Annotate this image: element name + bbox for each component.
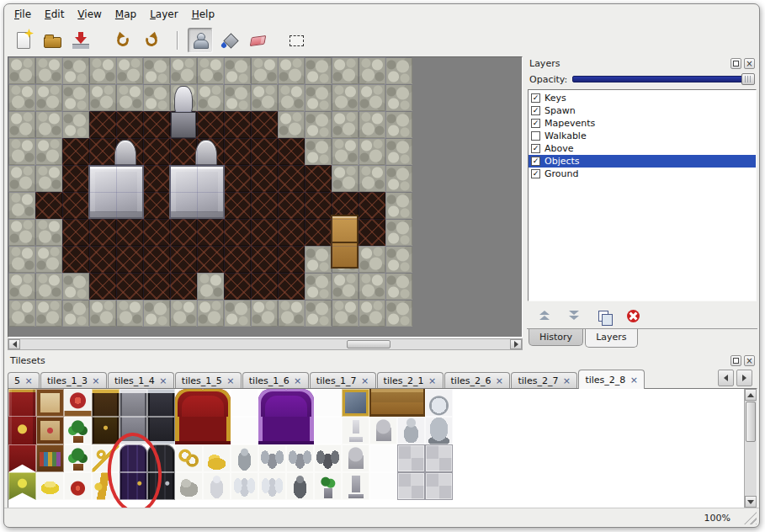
- tileset-tab-5[interactable]: 5: [8, 372, 40, 388]
- scroll-down-button[interactable]: [745, 496, 757, 508]
- undo-button[interactable]: [110, 28, 135, 53]
- move-layer-up-button[interactable]: [535, 306, 554, 325]
- map-viewport[interactable]: [8, 56, 523, 338]
- tileset-tile-gargoyle[interactable]: [258, 444, 286, 472]
- dock-tab-history[interactable]: History: [529, 329, 583, 346]
- layer-row-keys[interactable]: Keys: [529, 92, 756, 104]
- scroll-up-button[interactable]: [745, 389, 757, 401]
- scroll-left-button[interactable]: [8, 339, 20, 349]
- tileset-tile-sq[interactable]: [425, 444, 453, 472]
- tileset-tile-grave[interactable]: [369, 417, 397, 444]
- opacity-slider-track[interactable]: [572, 76, 755, 82]
- layer-row-objects[interactable]: Objects: [529, 155, 756, 168]
- tileset-tile-banner_green[interactable]: [8, 472, 36, 500]
- tileset-tile-plant[interactable]: [64, 444, 92, 472]
- tileset-tile-armor_silver_bottom[interactable]: [425, 417, 453, 444]
- tab-close-icon[interactable]: [562, 376, 571, 385]
- tileset-tile-sq[interactable]: [397, 472, 425, 500]
- opacity-slider[interactable]: [572, 73, 755, 85]
- map-horizontal-scrollbar[interactable]: [8, 338, 523, 350]
- tileset-tile-cabinet_gold_bottom[interactable]: [92, 417, 120, 444]
- tileset-tile-banner_red_tail[interactable]: [8, 444, 36, 472]
- tileset-tile-throne_purple_r[interactable]: [286, 389, 314, 417]
- tileset-tab-tiles_1_6[interactable]: tiles_1_6: [242, 372, 309, 388]
- scrollbar-thumb[interactable]: [347, 340, 390, 348]
- tileset-tile-throne_red_l[interactable]: [175, 389, 203, 417]
- tileset-content[interactable]: [8, 388, 757, 508]
- tab-close-icon[interactable]: [428, 376, 437, 385]
- tileset-tile-door_dark_bottom[interactable]: [147, 472, 175, 500]
- float-button[interactable]: [730, 355, 741, 366]
- tileset-tile-statue_gray[interactable]: [231, 444, 258, 472]
- tileset-tile-throne_red_br[interactable]: [203, 417, 231, 444]
- tileset-tab-tiles_2_6[interactable]: tiles_2_6: [444, 372, 511, 388]
- tileset-tile-dresser_r[interactable]: [397, 389, 425, 417]
- open-button[interactable]: [40, 28, 65, 53]
- layer-visibility-checkbox[interactable]: [531, 169, 540, 178]
- layer-row-above[interactable]: Above: [529, 142, 756, 155]
- tileset-tab-tiles_1_5[interactable]: tiles_1_5: [175, 372, 242, 388]
- tileset-tab-tiles_2_1[interactable]: tiles_2_1: [377, 372, 444, 388]
- tileset-tile-white[interactable]: [369, 472, 397, 500]
- layer-row-spawn[interactable]: Spawn: [529, 104, 756, 117]
- tileset-tile-gargoyle_dark[interactable]: [314, 444, 342, 472]
- tileset-tile-white[interactable]: [231, 389, 258, 417]
- tileset-tile-statue_dark[interactable]: [286, 472, 314, 500]
- tileset-tile-pot_red[interactable]: [64, 472, 92, 500]
- tileset-tile-throne_red_r[interactable]: [203, 389, 231, 417]
- tileset-tile-white[interactable]: [314, 389, 342, 417]
- tab-close-icon[interactable]: [361, 376, 369, 385]
- tileset-tile-door_purple_top[interactable]: [120, 444, 147, 472]
- tab-close-icon[interactable]: [226, 376, 235, 385]
- save-button[interactable]: [68, 28, 93, 53]
- tileset-tile-cushion[interactable]: [64, 389, 92, 417]
- tab-close-icon[interactable]: [24, 376, 33, 385]
- tileset-tile-gargoyle[interactable]: [286, 444, 314, 472]
- tileset-tile-white[interactable]: [369, 444, 397, 472]
- tileset-tile-throne_purple_br[interactable]: [286, 417, 314, 444]
- tab-close-icon[interactable]: [495, 376, 503, 385]
- scroll-right-button[interactable]: [510, 339, 522, 349]
- tileset-tile-horn[interactable]: [92, 472, 120, 500]
- layer-row-walkable[interactable]: Walkable: [529, 130, 756, 142]
- layer-visibility-checkbox[interactable]: [531, 106, 540, 115]
- tileset-tile-sq[interactable]: [425, 472, 453, 500]
- tileset-tile-pillar_gray_bottom[interactable]: [120, 417, 147, 444]
- menu-item-file[interactable]: File: [8, 6, 38, 23]
- tileset-tile-armor_gray[interactable]: [397, 417, 425, 444]
- tab-scroll-right-button[interactable]: [736, 370, 752, 386]
- tileset-tab-tiles_1_3[interactable]: tiles_1_3: [40, 372, 107, 388]
- tileset-tile-key[interactable]: [92, 444, 120, 472]
- tileset-tile-white[interactable]: [314, 417, 342, 444]
- layer-visibility-checkbox[interactable]: [531, 144, 540, 153]
- tileset-tile-sq[interactable]: [397, 444, 425, 472]
- tileset-tile-pedestal[interactable]: [342, 472, 369, 500]
- tab-close-icon[interactable]: [630, 375, 638, 384]
- scrollbar-thumb[interactable]: [746, 402, 756, 442]
- tileset-tile-dresser_l[interactable]: [369, 389, 397, 417]
- tileset-tile-angel[interactable]: [258, 472, 286, 500]
- redo-button[interactable]: [139, 28, 164, 53]
- tileset-tile-loom[interactable]: [36, 389, 64, 417]
- layer-row-ground[interactable]: Ground: [529, 168, 756, 180]
- tileset-tile-door_purple_bottom[interactable]: [120, 472, 147, 500]
- tileset-tile-banner_red_emblem[interactable]: [8, 417, 36, 444]
- tileset-tile-gold_pile[interactable]: [203, 444, 231, 472]
- tileset-tile-loom2[interactable]: [36, 417, 64, 444]
- layer-visibility-checkbox[interactable]: [531, 157, 540, 166]
- close-button[interactable]: [744, 355, 755, 366]
- tileset-tile-gold_chain[interactable]: [175, 444, 203, 472]
- menu-item-help[interactable]: Help: [185, 6, 221, 23]
- move-layer-down-button[interactable]: [565, 306, 583, 325]
- fill-tool-button[interactable]: [216, 28, 242, 53]
- menu-item-layer[interactable]: Layer: [143, 6, 184, 23]
- tab-scroll-left-button[interactable]: [718, 370, 734, 386]
- tileset-tile-throne_purple_bl[interactable]: [258, 417, 286, 444]
- tileset-tile-bookshelf[interactable]: [36, 444, 64, 472]
- layer-visibility-checkbox[interactable]: [531, 119, 540, 128]
- tab-close-icon[interactable]: [294, 376, 302, 385]
- tileset-tile-obelisk[interactable]: [342, 417, 369, 444]
- float-button[interactable]: [730, 58, 741, 69]
- tileset-tile-grave[interactable]: [342, 444, 369, 472]
- tileset-tile-banana[interactable]: [36, 472, 64, 500]
